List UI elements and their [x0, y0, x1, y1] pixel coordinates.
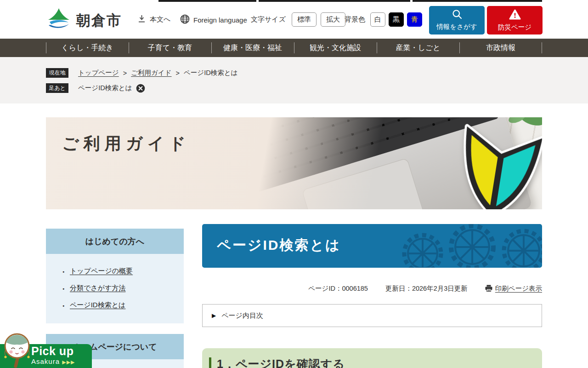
search-info-button[interactable]: 情報をさがす — [429, 6, 485, 34]
breadcrumb-separator: > — [123, 69, 127, 77]
sidebar-box-first-time: はじめての方へ トップページの概要 分類でさがす方法 ページID検索とは — [46, 229, 184, 323]
skip-to-content-link[interactable]: 本文へ — [138, 15, 170, 24]
site-header: 朝倉市 本文へ Foreign language 文字サイズ 標準 — [0, 2, 588, 39]
nav-item-city-info[interactable]: 市政情報 — [459, 39, 542, 57]
list-item: トップページの概要 — [46, 263, 184, 280]
font-size-label: 文字サイズ — [251, 15, 286, 24]
hero-title: ご利用ガイド — [62, 132, 190, 155]
footprint-row: 足あと ページID検索とは — [46, 83, 145, 93]
breadcrumb: 現在地 トップページ > ご利用ガイド > ページID検索とは — [46, 68, 237, 78]
list-item: 分類でさがす方法 — [46, 280, 184, 297]
pickup-arrows-icon: ▶▶▶ — [62, 359, 75, 365]
warning-icon — [509, 9, 521, 21]
printer-icon — [485, 285, 492, 293]
page-id: ページID：0006185 — [308, 284, 368, 293]
updated-date: 更新日：2026年2月3日更新 — [385, 284, 468, 293]
page-meta: ページID：0006185 更新日：2026年2月3日更新 印刷ページ表示 — [202, 284, 542, 293]
breadcrumb-link-guide[interactable]: ご利用ガイド — [131, 69, 171, 77]
bg-white-button[interactable]: 白 — [370, 12, 385, 27]
page: 朝倉市 本文へ Foreign language 文字サイズ 標準 — [0, 0, 588, 368]
print-page-link[interactable]: 印刷ページ表示 — [495, 284, 542, 293]
content-area: はじめての方へ トップページの概要 分類でさがす方法 ページID検索とは ホーム… — [46, 209, 542, 368]
hero-banner: ご利用ガイド — [46, 117, 542, 209]
nav-item-childcare[interactable]: 子育て・教育 — [129, 39, 211, 57]
nav-item-health[interactable]: 健康・医療・福祉 — [211, 39, 294, 57]
hero-gradient — [46, 117, 542, 209]
page-toc-accordion[interactable]: ▶ ページ内目次 — [202, 304, 542, 327]
background-color-label: 背景色 — [345, 15, 365, 24]
arrow-down-icon — [138, 15, 146, 24]
breadcrumb-current: ページID検索とは — [184, 69, 237, 77]
sidebar-link-category-search[interactable]: 分類でさがす方法 — [70, 284, 125, 292]
toc-label: ページ内目次 — [221, 311, 263, 320]
section1-title: 1．ページIDを確認する — [217, 356, 345, 368]
location-badge: 現在地 — [46, 68, 68, 78]
breadcrumb-link-top[interactable]: トップページ — [78, 69, 119, 77]
globe-icon — [180, 14, 190, 25]
global-nav: くらし・手続き 子育て・教育 健康・医療・福祉 観光・文化施設 産業・しごと 市… — [0, 39, 588, 57]
breadcrumb-separator: > — [176, 69, 180, 77]
sidebar-link-top-overview[interactable]: トップページの概要 — [70, 267, 133, 275]
nav-item-tourism[interactable]: 観光・文化施設 — [294, 39, 377, 57]
nav-item-living[interactable]: くらし・手続き — [46, 39, 129, 57]
mascot-doll-icon[interactable] — [3, 332, 31, 368]
site-name: 朝倉市 — [76, 11, 122, 30]
water-wheels-watermark-icon — [395, 224, 542, 268]
section-heading-bar — [209, 357, 211, 368]
font-size-large-button[interactable]: 拡大 — [321, 12, 345, 27]
main-column: ページID検索とは — [202, 224, 542, 368]
section-heading: 1．ページIDを確認する — [202, 348, 542, 368]
pickup-line2: Asakura — [31, 357, 60, 365]
city-logo-icon — [46, 7, 72, 34]
breadcrumb-area: 現在地 トップページ > ご利用ガイド > ページID検索とは 足あと ページI… — [0, 57, 588, 104]
disaster-page-button[interactable]: 防災ページ — [487, 6, 543, 34]
nav-item-industry[interactable]: 産業・しごと — [377, 39, 459, 57]
font-size-controls: 文字サイズ 標準 拡大 — [251, 12, 345, 27]
page-title-banner: ページID検索とは — [202, 224, 542, 268]
background-color-controls: 背景色 白 黒 青 — [345, 12, 422, 27]
sidebar-box1-title: はじめての方へ — [46, 229, 184, 254]
triangle-right-icon: ▶ — [212, 312, 216, 319]
page-title: ページID検索とは — [217, 236, 341, 255]
list-item: ページID検索とは — [46, 297, 184, 314]
sidebar-link-page-id-search[interactable]: ページID検索とは — [70, 301, 125, 309]
foreign-language-link[interactable]: Foreign language — [180, 14, 247, 25]
search-icon — [452, 9, 462, 21]
site-logo[interactable]: 朝倉市 — [46, 7, 122, 34]
font-size-standard-button[interactable]: 標準 — [292, 12, 317, 27]
bg-black-button[interactable]: 黒 — [389, 12, 404, 27]
footprint-item[interactable]: ページID検索とは — [78, 84, 132, 92]
footprint-badge: 足あと — [46, 83, 68, 93]
pickup-line1: Pick up — [31, 345, 75, 357]
footprint-close-icon[interactable] — [136, 84, 145, 93]
bg-blue-button[interactable]: 青 — [407, 12, 422, 27]
